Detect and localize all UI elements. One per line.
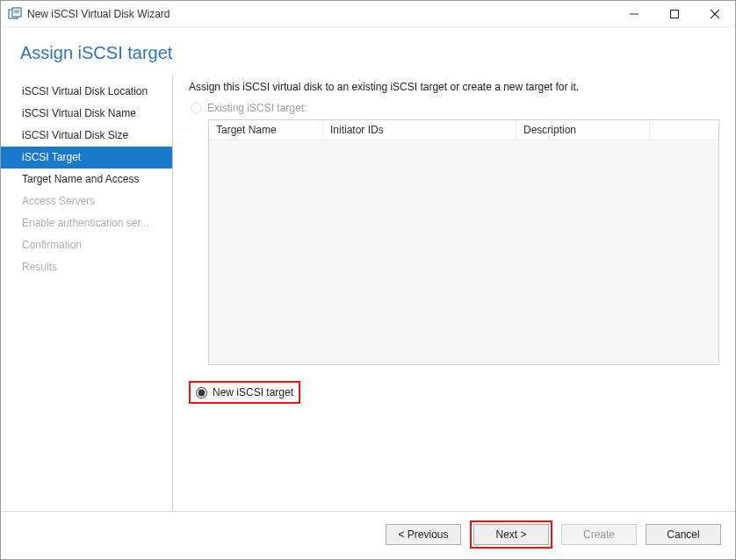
- existing-targets-table: Target Name Initiator IDs Description: [208, 119, 719, 365]
- page-title: Assign iSCSI target: [20, 43, 716, 63]
- highlight-new-target: New iSCSI target: [189, 381, 300, 404]
- step-label: iSCSI Target: [22, 151, 81, 163]
- step-disk-size[interactable]: iSCSI Virtual Disk Size: [1, 125, 172, 147]
- create-button: Create: [561, 524, 637, 545]
- previous-button[interactable]: < Previous: [386, 524, 461, 545]
- step-label: Enable authentication ser...: [22, 217, 149, 229]
- radio-new-target-label: New iSCSI target: [213, 386, 293, 398]
- highlight-next-button: Next >: [470, 521, 552, 549]
- maximize-button[interactable]: [654, 1, 695, 27]
- step-target-name-access[interactable]: Target Name and Access: [1, 169, 172, 190]
- titlebar: New iSCSI Virtual Disk Wizard: [1, 1, 735, 27]
- step-label: Access Servers: [22, 195, 95, 207]
- col-extra: [650, 120, 718, 140]
- step-label: Results: [22, 261, 57, 273]
- step-results: Results: [1, 256, 172, 278]
- wizard-window: New iSCSI Virtual Disk Wizard Assign iSC…: [0, 0, 736, 560]
- instruction-text: Assign this iSCSI virtual disk to an exi…: [189, 81, 719, 93]
- window-title: New iSCSI Virtual Disk Wizard: [27, 8, 170, 20]
- minimize-button[interactable]: [614, 1, 654, 27]
- radio-existing-target-input: [191, 103, 202, 114]
- step-iscsi-target[interactable]: iSCSI Target: [1, 147, 172, 169]
- step-disk-location[interactable]: iSCSI Virtual Disk Location: [1, 81, 172, 103]
- radio-new-target[interactable]: New iSCSI target: [196, 386, 293, 398]
- wizard-body: iSCSI Virtual Disk Location iSCSI Virtua…: [1, 75, 735, 511]
- table-header-row: Target Name Initiator IDs Description: [209, 120, 718, 140]
- app-icon: [8, 7, 22, 21]
- table-body-empty: [209, 140, 718, 365]
- next-button[interactable]: Next >: [473, 524, 549, 545]
- page-header: Assign iSCSI target: [1, 27, 735, 75]
- step-label: iSCSI Virtual Disk Name: [22, 107, 136, 119]
- step-access-servers: Access Servers: [1, 190, 172, 212]
- cancel-button[interactable]: Cancel: [646, 524, 721, 545]
- wizard-steps-sidebar: iSCSI Virtual Disk Location iSCSI Virtua…: [1, 75, 173, 511]
- wizard-footer: < Previous Next > Create Cancel: [1, 511, 735, 559]
- step-label: iSCSI Virtual Disk Size: [22, 129, 128, 141]
- wizard-content: Assign this iSCSI virtual disk to an exi…: [173, 75, 735, 511]
- step-disk-name[interactable]: iSCSI Virtual Disk Name: [1, 103, 172, 125]
- radio-existing-target-label: Existing iSCSI target:: [207, 102, 307, 114]
- col-initiator-ids[interactable]: Initiator IDs: [323, 120, 516, 140]
- step-authentication: Enable authentication ser...: [1, 212, 172, 234]
- col-target-name[interactable]: Target Name: [209, 120, 323, 140]
- step-label: Confirmation: [22, 239, 82, 251]
- svg-rect-5: [671, 10, 679, 18]
- radio-existing-target: Existing iSCSI target:: [191, 102, 719, 114]
- step-confirmation: Confirmation: [1, 234, 172, 256]
- step-label: iSCSI Virtual Disk Location: [22, 85, 148, 97]
- col-description[interactable]: Description: [516, 120, 650, 140]
- step-label: Target Name and Access: [22, 173, 139, 185]
- close-button[interactable]: [695, 1, 735, 27]
- radio-new-target-input[interactable]: [196, 387, 207, 398]
